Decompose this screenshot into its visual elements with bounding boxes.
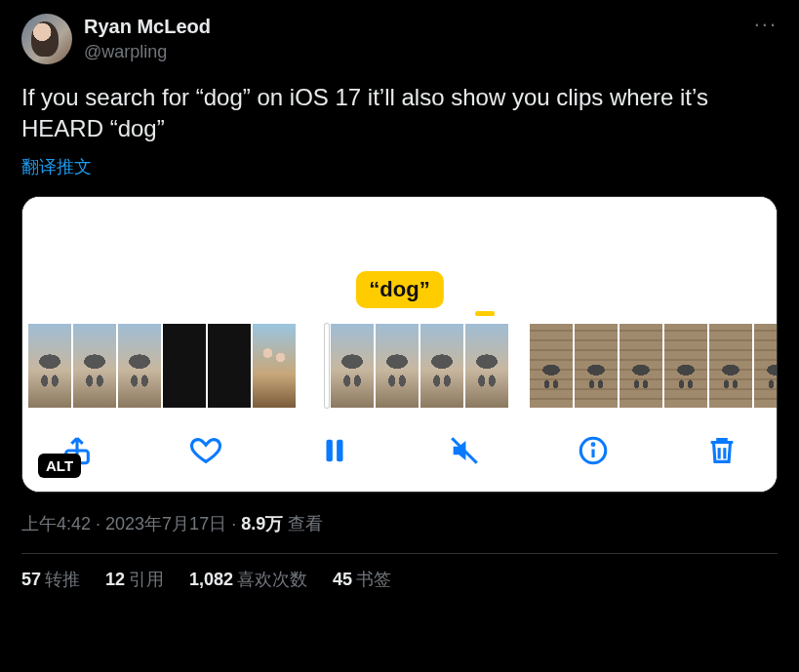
author-names: Ryan McLeod @warpling (84, 14, 211, 63)
clip-frame (465, 324, 508, 408)
clip-group-2-active[interactable] (317, 324, 508, 408)
clip-frame (376, 324, 419, 408)
clip-frame (163, 324, 206, 408)
svg-rect-1 (327, 439, 333, 461)
more-options-icon[interactable]: ··· (754, 12, 778, 37)
quotes-stat[interactable]: 12引用 (105, 568, 164, 591)
clip-frame (754, 324, 778, 408)
translate-link[interactable]: 翻译推文 (21, 155, 92, 178)
clip-frame (208, 324, 251, 408)
tweet-container: ··· Ryan McLeod @warpling If you search … (0, 0, 799, 605)
clip-frame (575, 324, 618, 408)
timestamp[interactable]: 上午4:42 (21, 514, 91, 534)
tweet-header: Ryan McLeod @warpling (21, 14, 778, 64)
trash-icon (705, 434, 739, 471)
tweet-meta: 上午4:42 · 2023年7月17日 · 8.9万 查看 (21, 512, 778, 535)
display-name[interactable]: Ryan McLeod (84, 14, 211, 40)
heart-icon (189, 434, 222, 471)
handle[interactable]: @warpling (84, 40, 211, 63)
svg-rect-2 (338, 439, 343, 461)
views-label: 查看 (283, 514, 323, 534)
bookmarks-stat[interactable]: 45书签 (333, 568, 391, 591)
info-button[interactable] (572, 431, 615, 474)
clip-frame (253, 324, 296, 408)
clip-group-3[interactable] (530, 324, 778, 408)
clip-group-1[interactable] (28, 324, 296, 408)
alt-badge[interactable]: ALT (38, 454, 81, 478)
like-button[interactable] (184, 431, 227, 474)
clip-frame (709, 324, 752, 408)
tweet-text: If you search for “dog” on iOS 17 it’ll … (21, 82, 778, 145)
scrubber-handle[interactable] (325, 324, 329, 408)
likes-stat[interactable]: 1,082喜欢次数 (189, 568, 307, 591)
search-tag-badge: “dog” (355, 271, 443, 308)
mute-button[interactable] (443, 431, 486, 474)
clip-frame (73, 324, 116, 408)
engagement-row: 57转推 12引用 1,082喜欢次数 45书签 (21, 568, 778, 605)
avatar[interactable] (21, 14, 72, 64)
clip-frame (420, 324, 463, 408)
retweets-stat[interactable]: 57转推 (21, 568, 80, 591)
tag-pointer (475, 311, 495, 316)
clip-frame (619, 324, 662, 408)
views-count: 8.9万 (241, 514, 283, 534)
media-toolbar (22, 421, 777, 492)
video-timeline[interactable] (22, 306, 777, 421)
clip-frame (664, 324, 707, 408)
info-icon (577, 434, 610, 471)
pause-button[interactable] (313, 431, 356, 474)
pause-icon (318, 434, 351, 471)
divider (21, 553, 778, 554)
date[interactable]: 2023年7月17日 (105, 514, 226, 534)
svg-point-5 (592, 444, 594, 446)
clip-frame (118, 324, 161, 408)
clip-frame (530, 324, 573, 408)
delete-button[interactable] (700, 431, 743, 474)
clip-frame (28, 324, 71, 408)
clip-frame (331, 324, 374, 408)
mute-icon (448, 434, 481, 471)
media-header-area: “dog” (22, 197, 777, 306)
media-attachment[interactable]: “dog” (21, 196, 778, 493)
